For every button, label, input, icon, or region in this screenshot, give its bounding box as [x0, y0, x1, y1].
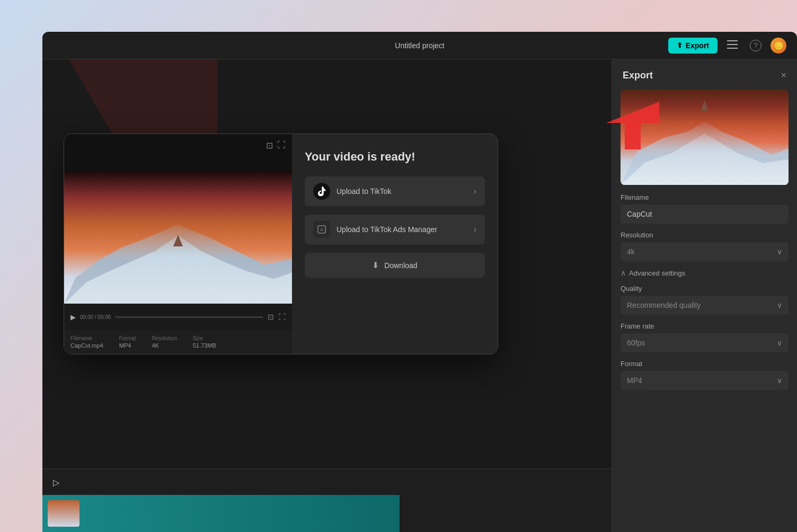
caption-icon[interactable]: ⊡	[268, 313, 274, 321]
video-preview-panel: ⊡ ⛶	[64, 134, 292, 354]
resolution-label: Resolution	[621, 231, 789, 239]
format-group: Format MP4 ∨	[621, 360, 789, 390]
chevron-up-icon: ∧	[621, 269, 626, 277]
expand-icon[interactable]: ⛶	[278, 313, 286, 321]
quality-select[interactable]: Recommended quality ∨	[621, 296, 789, 315]
file-info-bar: Filename CapCut.mp4 Format MP4 Resolutio…	[64, 330, 292, 354]
help-icon: ?	[750, 40, 761, 51]
main-content: ⊡ ⛶	[42, 59, 797, 532]
subtitle-icon[interactable]: ⊡	[266, 140, 273, 150]
timeline-controls: ▷	[42, 469, 612, 496]
export-thumbnail	[621, 90, 789, 185]
mountain-bg	[64, 218, 292, 304]
chevron-right-icon-2: ›	[474, 225, 476, 234]
chevron-down-icon-framerate: ∨	[777, 339, 782, 347]
quality-group: Quality Recommended quality ∨	[621, 285, 789, 315]
tiktok-icon	[313, 183, 330, 200]
project-title: Untitled project	[395, 41, 444, 50]
menu-button[interactable]	[724, 37, 741, 54]
svg-text:A: A	[320, 227, 323, 232]
framerate-select[interactable]: 60fps ∨	[621, 333, 789, 352]
video-ready-modal: ⊡ ⛶	[64, 134, 498, 354]
top-bar-controls: ⬆ Export ? 🪙	[668, 37, 786, 54]
close-export-button[interactable]: ×	[781, 70, 786, 81]
user-avatar[interactable]: 🪙	[771, 38, 786, 54]
upload-tiktok-left: Upload to TikTok	[313, 183, 392, 200]
modal-share-panel: Your video is ready! Upload to TikTok	[292, 134, 498, 354]
video-controls-bar: ▶ 00:00 / 00:06 ⊡ ⛶	[64, 304, 292, 330]
chevron-down-icon-format: ∨	[777, 376, 782, 385]
format-select[interactable]: MP4 ∨	[621, 371, 789, 390]
upload-tiktok-ads-button[interactable]: A Upload to TikTok Ads Manager ›	[305, 215, 485, 244]
help-button[interactable]: ?	[747, 37, 764, 54]
advanced-fields: Quality Recommended quality ∨ Frame rate…	[621, 285, 789, 390]
filename-label: Filename	[621, 193, 789, 201]
video-frame	[64, 171, 292, 304]
play-button[interactable]: ▶	[70, 313, 76, 321]
export-thumb-image	[621, 90, 789, 185]
download-button[interactable]: ⬇ Download	[305, 253, 485, 278]
fullscreen-icon[interactable]: ⛶	[277, 140, 286, 150]
svg-rect-1	[727, 44, 738, 45]
export-button[interactable]: ⬆ Export	[668, 38, 718, 54]
chevron-down-icon: ∨	[777, 247, 782, 256]
modal-video-area: ⊡ ⛶	[64, 134, 498, 354]
chevron-right-icon: ›	[474, 187, 476, 196]
upload-tiktok-ads-left: A Upload to TikTok Ads Manager	[313, 221, 437, 238]
resolution-select[interactable]: 4k ∨	[621, 242, 789, 261]
timeline-area: ▷	[42, 468, 612, 532]
advanced-section: ∧ Advanced settings Quality Recommended …	[612, 269, 797, 390]
video-progress-bar[interactable]	[115, 316, 263, 318]
export-panel: Export ×	[612, 59, 797, 532]
export-form: Filename Resolution 4k ∨	[612, 193, 797, 261]
file-info-format: Format MP4	[119, 335, 136, 349]
timeline-play-button[interactable]: ▷	[53, 477, 59, 487]
top-bar: Untitled project ⬆ Export ? 🪙	[42, 32, 797, 59]
svg-rect-0	[727, 40, 738, 41]
svg-rect-2	[727, 48, 738, 49]
menu-icon	[727, 39, 738, 51]
upload-tiktok-button[interactable]: Upload to TikTok ›	[305, 176, 485, 206]
filename-input[interactable]	[621, 205, 789, 224]
video-black-bar	[64, 134, 292, 171]
export-panel-title: Export	[623, 70, 653, 81]
framerate-group: Frame rate 60fps ∨	[621, 322, 789, 352]
modal-title: Your video is ready!	[305, 150, 485, 164]
editor-area: ⊡ ⛶	[42, 59, 612, 532]
download-icon: ⬇	[372, 260, 379, 270]
export-panel-header: Export ×	[612, 59, 797, 90]
chevron-down-icon-quality: ∨	[777, 301, 782, 309]
resolution-group: Resolution 4k ∨	[621, 231, 789, 261]
timeline-thumb	[48, 500, 79, 527]
tiktok-ads-icon: A	[313, 221, 330, 238]
framerate-label: Frame rate	[621, 322, 789, 330]
app-window: Untitled project ⬆ Export ? 🪙	[42, 32, 797, 532]
format-label: Format	[621, 360, 789, 368]
timeline-strip	[42, 495, 400, 532]
file-info-resolution: Resolution 4K	[152, 335, 176, 349]
video-top-icons: ⊡ ⛶	[266, 140, 286, 150]
avatar-icon: 🪙	[774, 41, 783, 50]
filename-group: Filename	[621, 193, 789, 224]
export-upload-icon: ⬆	[677, 41, 683, 49]
quality-label: Quality	[621, 285, 789, 292]
advanced-toggle-button[interactable]: ∧ Advanced settings	[621, 269, 789, 277]
file-info-filename: Filename CapCut.mp4	[70, 335, 103, 349]
file-info-size: Size 51.73MB	[193, 335, 216, 349]
